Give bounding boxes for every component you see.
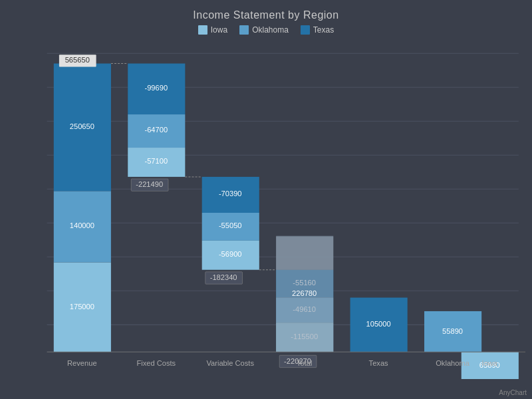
label-varcosts-texas: -70390 <box>219 190 242 198</box>
legend-label-iowa: Iowa <box>211 25 227 35</box>
axis-label-fixedcosts: Fixed Costs <box>136 359 176 367</box>
label-varcosts-iowa: -56900 <box>219 250 242 258</box>
label-fixedcosts-texas: -99690 <box>144 84 168 92</box>
label-varcosts-total: -182340 <box>210 273 237 281</box>
label-revenue-texas: 250650 <box>70 122 94 130</box>
label-fixedcosts-total: -221490 <box>136 180 163 188</box>
label-varcosts-oklahoma: -55050 <box>219 221 242 229</box>
legend-label-oklahoma: Oklahoma <box>252 25 289 35</box>
label-oklahoma-net: 55890 <box>442 327 463 334</box>
axis-label-varcosts: Variable Costs <box>206 359 254 367</box>
axis-label-oklahoma: Oklahoma <box>436 359 470 367</box>
legend-color-oklahoma <box>239 25 249 35</box>
chart-title: Income Statement by Region <box>0 0 532 21</box>
label-fixedcosts-iowa: -57100 <box>144 157 168 165</box>
axis-label-texas: Texas <box>369 359 388 367</box>
canvas-area: 175000 140000 250650 565650 -99690 <box>13 47 525 379</box>
label-fixedcosts-oklahoma: -64700 <box>144 126 168 134</box>
label-revenue-oklahoma: 140000 <box>70 221 94 229</box>
axis-label-iowa: Iowa <box>482 359 498 367</box>
label-revenue-total: 565650 <box>65 56 90 64</box>
legend-label-texas: Texas <box>313 25 334 35</box>
legend: Iowa Oklahoma Texas <box>0 25 532 35</box>
axis-label-revenue: Revenue <box>67 359 97 367</box>
legend-color-iowa <box>198 25 207 35</box>
legend-item-texas: Texas <box>301 25 334 35</box>
legend-color-texas <box>301 25 310 35</box>
label-total-226780: 226780 <box>292 289 317 297</box>
label-texas-net: 105000 <box>366 320 391 328</box>
chart-container: Income Statement by Region Iowa Oklahoma… <box>0 0 532 399</box>
chart-svg: 175000 140000 250650 565650 -99690 <box>13 47 525 379</box>
axis-label-total: Total <box>297 359 313 367</box>
anychart-credit: AnyChart <box>499 389 527 396</box>
label-revenue-iowa: 175000 <box>70 303 94 311</box>
legend-item-iowa: Iowa <box>198 25 227 35</box>
legend-item-oklahoma: Oklahoma <box>239 25 289 35</box>
